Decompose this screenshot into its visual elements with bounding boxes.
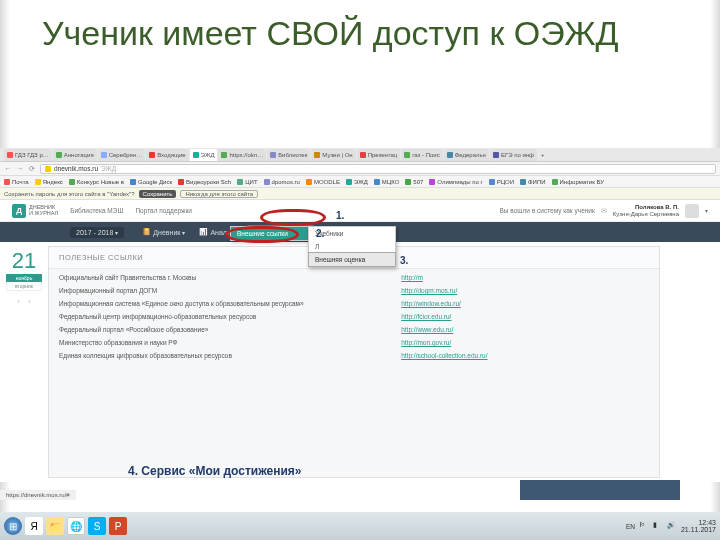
bookmark-item[interactable]: ЭЖД (346, 179, 368, 185)
password-prompt-text: Сохранить пароль для этого сайта в "Yand… (4, 191, 135, 197)
bookmark-item[interactable]: Почта (4, 179, 29, 185)
annotation-4: 4. Сервис «Мои достижения» (128, 464, 302, 478)
tab-label: ГДЗ ГДЗ р… (15, 152, 49, 158)
link-url[interactable]: http://dogm.mos.ru/ (401, 287, 457, 294)
address-bar[interactable]: dnevnik.mos.ru ЭЖД (40, 164, 716, 174)
bookmark-item[interactable]: Google Диск (130, 179, 172, 185)
link-url[interactable]: http://fcior.edu.ru/ (401, 313, 451, 320)
bookmark-item[interactable]: 507 (405, 179, 423, 185)
back-icon[interactable]: ← (4, 165, 12, 173)
bookmark-label: Олимпиады по г (437, 179, 482, 185)
bookmark-item[interactable]: РЦОИ (489, 179, 514, 185)
link-label: Министерство образования и науки РФ (59, 339, 401, 346)
browser-tab[interactable]: Федеральн (444, 149, 489, 161)
bookmark-favicon (130, 179, 136, 185)
diary-icon: 📔 (142, 228, 151, 236)
prev-day-icon[interactable]: ‹ (17, 297, 20, 306)
lang-indicator[interactable]: EN (626, 523, 635, 530)
password-save-button[interactable]: Сохранить (139, 190, 177, 198)
bookmark-label: РЦОИ (497, 179, 514, 185)
tab-label: Входящие (157, 152, 185, 158)
date-sidebar: 21 ноябрь вторник ‹ › (0, 242, 48, 482)
bookmark-label: ФИПИ (528, 179, 546, 185)
submenu-item-external-assessment[interactable]: Внешняя оценка (308, 252, 396, 267)
taskbar-clock[interactable]: 12:43 21.11.2017 (681, 519, 716, 533)
date-widget[interactable]: 21 ноябрь вторник (6, 248, 42, 291)
tray-volume-icon[interactable]: 🔊 (667, 521, 677, 531)
bookmark-favicon (489, 179, 495, 185)
bookmark-item[interactable]: Олимпиады по г (429, 179, 482, 185)
forward-icon[interactable]: → (16, 165, 24, 173)
link-url[interactable]: http://mon.gov.ru/ (401, 339, 451, 346)
top-link-library[interactable]: Библиотека МЭШ (70, 207, 123, 214)
top-link-support[interactable]: Портал поддержки (135, 207, 192, 214)
bookmark-item[interactable]: dpomos.ru (264, 179, 300, 185)
bookmark-favicon (306, 179, 312, 185)
browser-tab[interactable]: Входящие (146, 149, 188, 161)
url-label: ЭЖД (101, 165, 116, 172)
app-logo[interactable]: Д ДНЕВНИК И ЖУРНАЛ (12, 204, 58, 218)
password-never-button[interactable]: Никогда для этого сайта (180, 190, 258, 198)
browser-tab[interactable]: https://okn… (218, 149, 266, 161)
bookmark-item[interactable]: Яндекс (35, 179, 63, 185)
tab-label: Аннотация (64, 152, 94, 158)
browser-tab[interactable]: ЕГЭ по инф (490, 149, 537, 161)
callout-ring-1 (260, 209, 326, 226)
link-row: Официальный сайт Правительства г. Москвы… (59, 271, 649, 284)
taskbar-skype-icon[interactable]: S (88, 517, 106, 535)
browser-tab[interactable]: ГДЗ ГДЗ р… (4, 149, 52, 161)
url-host: dnevnik.mos.ru (54, 165, 98, 172)
avatar[interactable] (685, 204, 699, 218)
year-selector[interactable]: 2017 - 2018 ▾ (70, 227, 124, 238)
logo-icon: Д (12, 204, 26, 218)
link-url[interactable]: http://window.edu.ru/ (401, 300, 461, 307)
start-button[interactable]: ⊞ (4, 517, 22, 535)
browser-toolbar: ← → ⟳ dnevnik.mos.ru ЭЖД (0, 162, 720, 176)
tray-flag-icon[interactable]: 🏳 (639, 521, 649, 531)
bookmark-favicon (4, 179, 10, 185)
next-day-icon[interactable]: › (28, 297, 31, 306)
bookmark-item[interactable]: Видеоуроки Sch (178, 179, 231, 185)
tab-label: ЕГЭ по инф (501, 152, 534, 158)
browser-tab[interactable]: Аннотация (53, 149, 97, 161)
callout-ring-2 (225, 226, 299, 243)
link-row: Федеральный центр информационно-образова… (59, 310, 649, 323)
browser-tab[interactable]: Серебрян… (98, 149, 146, 161)
notifications-icon[interactable]: ✉ (601, 207, 607, 215)
browser-tabs-row: ГДЗ ГДЗ р…АннотацияСеребрян…ВходящиеЭЖДh… (0, 148, 720, 162)
bookmark-label: ЦИТ (245, 179, 257, 185)
bookmarks-bar: ПочтаЯндексКонкурс Новые вGoogle ДискВид… (0, 176, 720, 188)
links-list: Официальный сайт Правительства г. Москвы… (49, 269, 659, 364)
taskbar-powerpoint-icon[interactable]: P (109, 517, 127, 535)
bookmark-item[interactable]: МЦКО (374, 179, 400, 185)
tab-favicon (193, 152, 199, 158)
tab-label: https://okn… (229, 152, 263, 158)
tab-favicon (360, 152, 366, 158)
bookmark-label: 507 (413, 179, 423, 185)
new-tab-button[interactable]: + (538, 149, 548, 161)
browser-tab[interactable]: ЭЖД (190, 149, 218, 161)
link-label: Федеральный центр информационно-образова… (59, 313, 401, 320)
browser-tab[interactable]: Презентац (357, 149, 401, 161)
link-url[interactable]: http://school-collection.edu.ru/ (401, 352, 487, 359)
taskbar-yandex-icon[interactable]: Я (25, 517, 43, 535)
browser-tab[interactable]: Музеи | Он (311, 149, 355, 161)
user-menu-chevron-icon[interactable]: ▾ (705, 207, 708, 214)
tab-label: ЭЖД (201, 152, 215, 158)
reload-icon[interactable]: ⟳ (28, 165, 36, 173)
taskbar-chrome-icon[interactable]: 🌐 (67, 517, 85, 535)
link-url[interactable]: http://www.edu.ru/ (401, 326, 453, 333)
bookmark-item[interactable]: Конкурс Новые в (69, 179, 124, 185)
bookmark-item[interactable]: Информатик БУ (552, 179, 605, 185)
bookmark-item[interactable]: ЦИТ (237, 179, 257, 185)
browser-tab[interactable]: газ - Поис (401, 149, 442, 161)
bookmark-item[interactable]: MOODLE (306, 179, 340, 185)
tray-network-icon[interactable]: ▮ (653, 521, 663, 531)
link-url[interactable]: http://m (401, 274, 423, 281)
browser-tab[interactable]: Библиотек (267, 149, 310, 161)
tab-label: Серебрян… (109, 152, 143, 158)
taskbar-explorer-icon[interactable]: 📁 (46, 517, 64, 535)
bookmark-item[interactable]: ФИПИ (520, 179, 546, 185)
tab-favicon (149, 152, 155, 158)
nav-diary[interactable]: 📔 Дневник ▾ (136, 222, 191, 242)
